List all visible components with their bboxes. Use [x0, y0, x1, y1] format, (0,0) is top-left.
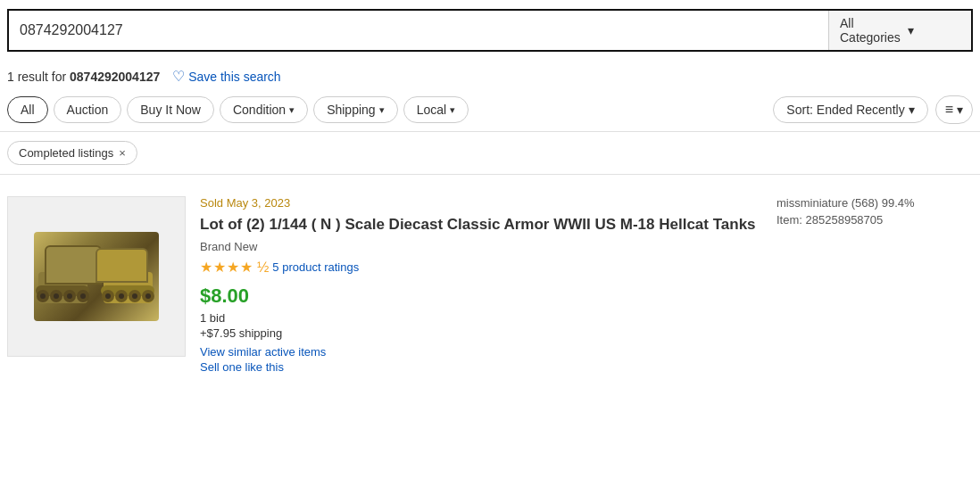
results-query: 0874292004127	[70, 70, 160, 84]
star-icons: ★★★★	[200, 259, 253, 276]
svg-point-20	[105, 293, 111, 299]
filter-auction-button[interactable]: Auction	[54, 96, 122, 123]
item-number-value: 285258958705	[806, 213, 884, 227]
category-label: All Categories	[840, 16, 901, 45]
completed-listings-label: Completed listings	[19, 146, 113, 160]
sort-section: Sort: Ended Recently ▾ ≡ ▾	[773, 95, 973, 124]
listing-shipping: +$7.95 shipping	[200, 326, 762, 340]
listing-condition: Brand New	[200, 240, 762, 253]
filter-shipping-label: Shipping	[327, 103, 376, 117]
svg-point-10	[67, 293, 72, 299]
search-input[interactable]	[9, 11, 828, 50]
list-view-icon: ≡	[945, 102, 953, 118]
listing-title[interactable]: Lot of (2) 1/144 ( N ) Scale Diecast Cla…	[200, 215, 762, 235]
view-similar-link[interactable]: View similar active items	[200, 345, 762, 359]
svg-point-23	[145, 293, 151, 299]
listing-container: Sold May 3, 2023 Lot of (2) 1/144 ( N ) …	[0, 175, 980, 397]
ratings-link[interactable]: 5 product ratings	[272, 260, 359, 274]
listing-details: Sold May 3, 2023 Lot of (2) 1/144 ( N ) …	[200, 196, 762, 375]
filter-all-button[interactable]: All	[7, 96, 48, 123]
results-header: 1 result for 0874292004127 ♡ Save this s…	[0, 61, 980, 88]
view-options-button[interactable]: ≡ ▾	[935, 95, 973, 124]
remove-filter-icon[interactable]: ×	[119, 146, 126, 160]
svg-rect-1	[47, 263, 79, 279]
search-bar: All Categories ▾	[7, 9, 973, 52]
listing-price: $8.00	[200, 285, 762, 308]
filter-bar: All Auction Buy It Now Condition ▾ Shipp…	[0, 88, 980, 132]
view-chevron-icon: ▾	[957, 103, 963, 117]
product-image	[34, 232, 159, 321]
listing-item: Sold May 3, 2023 Lot of (2) 1/144 ( N ) …	[7, 186, 973, 386]
filter-condition-label: Condition	[233, 103, 286, 117]
svg-rect-2	[59, 254, 66, 274]
seller-info: missminiature (568) 99.4%	[777, 196, 973, 210]
sold-date: Sold May 3, 2023	[200, 196, 762, 210]
filter-local-button[interactable]: Local ▾	[403, 96, 469, 123]
sort-label: Sort: Ended Recently	[786, 103, 904, 117]
listing-bids: 1 bid	[200, 311, 762, 325]
item-label: Item:	[777, 213, 802, 227]
filter-all-label: All	[21, 103, 35, 117]
completed-listings-filter-tag[interactable]: Completed listings ×	[7, 141, 137, 165]
svg-rect-14	[123, 254, 130, 274]
svg-point-21	[119, 293, 124, 299]
active-filters: Completed listings ×	[0, 132, 980, 175]
svg-rect-13	[112, 263, 144, 279]
item-number: Item: 285258958705	[777, 213, 973, 227]
condition-chevron-icon: ▾	[289, 104, 295, 116]
listing-right-info: missminiature (568) 99.4% Item: 28525895…	[777, 196, 973, 375]
half-star-icon: ½	[257, 260, 269, 276]
local-chevron-icon: ▾	[450, 104, 455, 116]
filter-local-label: Local	[417, 103, 446, 117]
filter-shipping-button[interactable]: Shipping ▾	[313, 96, 398, 123]
save-search-label: Save this search	[188, 70, 281, 84]
svg-point-9	[54, 293, 59, 299]
svg-point-22	[132, 293, 137, 299]
svg-point-8	[40, 293, 46, 299]
save-search-link[interactable]: ♡ Save this search	[172, 68, 281, 85]
sort-button[interactable]: Sort: Ended Recently ▾	[773, 96, 927, 123]
shipping-chevron-icon: ▾	[379, 104, 385, 116]
filter-auction-label: Auction	[67, 103, 109, 117]
filter-buy-it-now-label: Buy It Now	[140, 103, 201, 117]
product-image-container[interactable]	[7, 196, 186, 357]
svg-point-11	[80, 293, 86, 299]
filter-condition-button[interactable]: Condition ▾	[220, 96, 308, 123]
category-chevron-icon: ▾	[908, 23, 960, 37]
tank-svg	[34, 232, 159, 321]
star-rating: ★★★★ ½ 5 product ratings	[200, 259, 762, 276]
results-count-label: 1 result for	[7, 70, 66, 84]
category-selector[interactable]: All Categories ▾	[828, 11, 971, 50]
sort-chevron-icon: ▾	[909, 103, 915, 117]
heart-icon: ♡	[172, 68, 185, 85]
sell-one-link[interactable]: Sell one like this	[200, 360, 762, 374]
filter-buy-it-now-button[interactable]: Buy It Now	[127, 96, 214, 123]
